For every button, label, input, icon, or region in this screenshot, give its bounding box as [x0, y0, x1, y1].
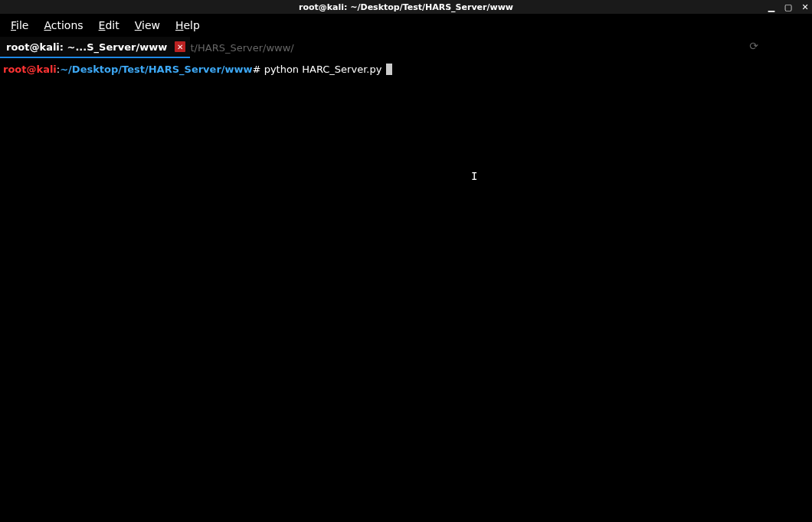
menu-edit[interactable]: Edit [91, 16, 127, 34]
prompt-command: python HARC_Server.py [261, 64, 385, 75]
menu-actions[interactable]: Actions [36, 16, 90, 34]
maximize-button[interactable]: ▢ [783, 2, 794, 12]
menu-bar: File Actions Edit View Help [0, 14, 812, 37]
window-title: root@kali: ~/Desktop/Test/HARS_Server/ww… [299, 2, 513, 12]
window-titlebar: root@kali: ~/Desktop/Test/HARS_Server/ww… [0, 0, 812, 14]
tab-close-icon[interactable]: ✕ [175, 41, 185, 52]
menu-file[interactable]: File [3, 16, 36, 34]
text-cursor [386, 64, 392, 75]
menu-help[interactable]: Help [168, 16, 208, 34]
mouse-text-cursor: I [471, 170, 477, 182]
close-button[interactable]: ✕ [800, 2, 810, 12]
menu-view[interactable]: View [127, 16, 168, 34]
minimize-button[interactable]: ▁ [766, 2, 777, 12]
terminal-viewport[interactable]: root@kali:~/Desktop/Test/HARS_Server/www… [0, 58, 812, 522]
prompt-user-host: root@kali [3, 64, 57, 75]
prompt-symbol: # [253, 64, 261, 75]
prompt-cwd: ~/Desktop/Test/HARS_Server/www [60, 64, 252, 75]
tab-label: root@kali: ~...S_Server/www [6, 41, 167, 53]
tab-bar: root@kali: ~...S_Server/www ✕ [0, 37, 812, 58]
window-controls: ▁ ▢ ✕ [766, 2, 810, 12]
terminal-tab[interactable]: root@kali: ~...S_Server/www ✕ [0, 37, 190, 58]
